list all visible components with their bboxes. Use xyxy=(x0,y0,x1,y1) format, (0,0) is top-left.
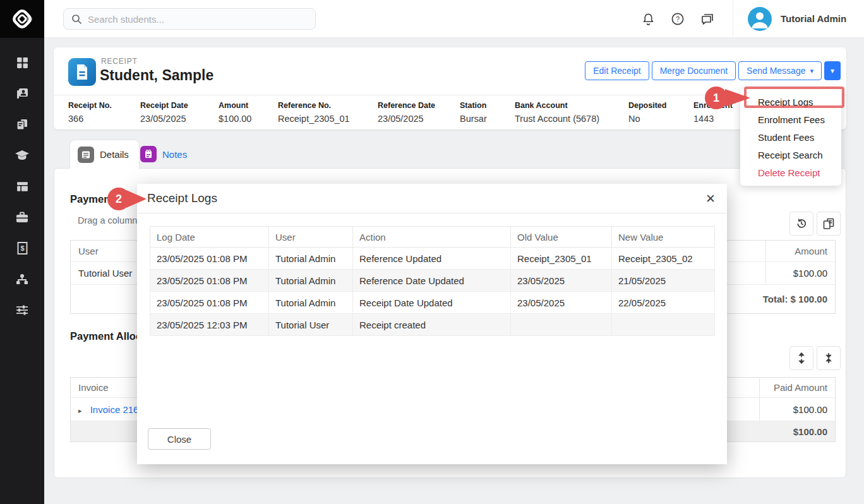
receipt-logs-modal: Receipt Logs ✕ Log Date User Action Old … xyxy=(137,184,727,464)
notes-tab-label: Notes xyxy=(162,149,187,160)
sidebar-item-documents[interactable] xyxy=(15,117,30,131)
payment-amount-cell: $100.00 xyxy=(765,262,835,284)
header-actions: Edit Receipt Merge Document Send Message… xyxy=(585,61,841,80)
receipt-logs-table: Log Date User Action Old Value New Value… xyxy=(150,226,715,336)
page-title: Student, Sample xyxy=(100,67,213,84)
merge-document-button[interactable]: Merge Document xyxy=(652,61,736,80)
refresh-grid-button[interactable] xyxy=(789,212,813,236)
column-old-value[interactable]: Old Value xyxy=(511,227,612,248)
expand-all-button[interactable] xyxy=(789,346,813,370)
field-reference-date: Reference Date23/05/2025 xyxy=(378,101,435,124)
svg-text:$: $ xyxy=(20,244,24,252)
log-row[interactable]: 23/05/2025 01:08 PMTutorial AdminReferen… xyxy=(150,248,715,270)
svg-text:?: ? xyxy=(676,15,680,23)
search-icon xyxy=(71,14,82,25)
menu-item-enrolment-fees[interactable]: Enrolment Fees xyxy=(740,111,841,128)
sidebar-nav: $ xyxy=(0,38,44,317)
dashboard-icon xyxy=(16,56,29,69)
menu-item-delete-receipt[interactable]: Delete Receipt xyxy=(740,164,841,181)
column-log-date[interactable]: Log Date xyxy=(150,227,269,248)
app-logo[interactable] xyxy=(0,0,44,38)
chat-icon xyxy=(700,12,714,26)
sidebar-item-academics[interactable] xyxy=(15,148,30,162)
sliders-icon xyxy=(15,304,29,316)
sidebar-item-contacts[interactable] xyxy=(15,87,30,100)
sidebar-item-network[interactable] xyxy=(15,272,30,286)
column-action[interactable]: Action xyxy=(353,227,511,248)
row-expander-icon[interactable]: ▸ xyxy=(78,407,82,414)
collapse-rows-icon xyxy=(823,352,834,364)
log-row[interactable]: 23/05/2025 01:08 PMTutorial AdminReceipt… xyxy=(150,292,715,314)
student-search[interactable] xyxy=(63,8,316,30)
help-button[interactable]: ? xyxy=(670,11,685,27)
payments-total: Total: $ 100.00 xyxy=(755,294,835,304)
annotation-arrow-1 xyxy=(725,89,750,107)
topbar-divider xyxy=(733,0,733,37)
record-type-label: RECEIPT xyxy=(101,57,138,66)
details-tab-icon xyxy=(78,147,94,163)
send-message-button[interactable]: Send Message ▾ xyxy=(738,61,822,80)
collapse-all-button[interactable] xyxy=(817,346,841,370)
details-tab-label: Details xyxy=(100,149,129,160)
close-icon[interactable]: ✕ xyxy=(705,193,716,205)
sidebar-item-billing[interactable]: $ xyxy=(15,241,30,255)
expand-rows-icon xyxy=(796,352,807,364)
graduation-cap-icon xyxy=(15,149,30,162)
field-deposited: DepositedNo xyxy=(628,101,666,124)
column-amount[interactable]: Amount xyxy=(765,241,835,261)
log-row[interactable]: 23/05/2025 01:08 PMTutorial AdminReferen… xyxy=(150,270,715,292)
history-icon xyxy=(795,217,808,230)
field-station: StationBursar xyxy=(460,101,487,124)
notes-tab-icon xyxy=(140,146,157,162)
edit-receipt-button[interactable]: Edit Receipt xyxy=(585,61,649,80)
hierarchy-icon xyxy=(15,273,29,285)
close-button[interactable]: Close xyxy=(148,428,211,450)
documents-icon xyxy=(15,117,29,131)
briefcase-icon xyxy=(15,211,29,224)
paid-amount-cell: $100.00 xyxy=(759,398,835,421)
menu-item-receipt-search[interactable]: Receipt Search xyxy=(740,146,841,164)
tab-notes[interactable]: Notes xyxy=(131,140,196,169)
messages-button[interactable] xyxy=(700,11,715,27)
search-input[interactable] xyxy=(88,14,296,25)
menu-item-student-fees[interactable]: Student Fees xyxy=(740,128,841,146)
brand-icon xyxy=(11,8,33,30)
user-icon xyxy=(748,7,772,31)
field-reference-no: Reference No.Receipt_2305_01 xyxy=(278,101,350,124)
layout-icon xyxy=(16,180,29,193)
log-row[interactable]: 23/05/2025 12:03 PMTutorial UserReceipt … xyxy=(150,314,715,336)
sidebar-item-layout[interactable] xyxy=(15,179,30,193)
enrolment-link[interactable]: 1443 xyxy=(693,114,733,124)
modal-header: Receipt Logs ✕ xyxy=(137,184,727,213)
annotation-step-1: 1 xyxy=(705,87,728,109)
receipt-header-card: RECEIPT Student, Sample Edit Receipt Mer… xyxy=(54,47,846,129)
field-amount: Amount$100.00 xyxy=(219,101,251,124)
field-bank-account: Bank AccountTrust Account (5678) xyxy=(515,101,599,124)
export-grid-button[interactable] xyxy=(817,212,841,236)
log-table-header-row: Log Date User Action Old Value New Value xyxy=(150,227,715,248)
user-name[interactable]: Tutorial Admin xyxy=(781,13,846,24)
sidebar-item-services[interactable] xyxy=(15,210,30,224)
column-log-user[interactable]: User xyxy=(269,227,353,248)
column-paid-amount[interactable]: Paid Amount xyxy=(759,378,835,397)
column-new-value[interactable]: New Value xyxy=(612,227,715,248)
contact-card-icon xyxy=(15,87,29,100)
invoice-link[interactable]: Invoice 2167 xyxy=(90,404,144,415)
app-window: $ ? Tutorial Admin xyxy=(0,0,864,504)
bell-icon xyxy=(642,12,655,26)
sidebar: $ xyxy=(0,0,44,504)
fee-document-icon: $ xyxy=(16,241,28,255)
annotation-step-2: 2 xyxy=(107,188,130,210)
notifications-button[interactable] xyxy=(640,11,656,27)
copy-columns-icon xyxy=(822,217,835,230)
tab-details[interactable]: Details xyxy=(69,140,140,169)
allocations-total: $100.00 xyxy=(786,426,835,437)
sidebar-item-settings[interactable] xyxy=(15,303,30,317)
avatar[interactable] xyxy=(748,7,772,31)
field-receipt-no: Receipt No.366 xyxy=(68,101,112,124)
help-icon: ? xyxy=(671,12,685,26)
sidebar-item-dashboard[interactable] xyxy=(15,56,30,69)
topbar: ? Tutorial Admin xyxy=(44,0,864,38)
annotation-highlight-receipt-logs xyxy=(744,87,844,108)
more-actions-button[interactable]: ▾ xyxy=(824,61,841,80)
